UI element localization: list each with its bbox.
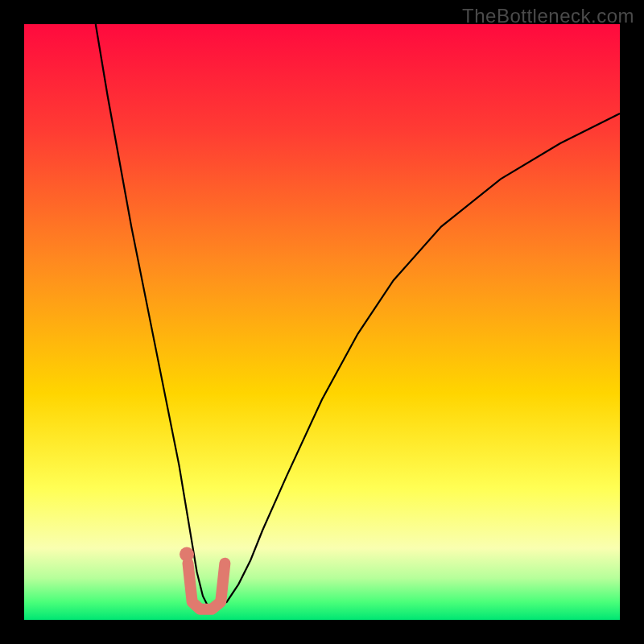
chart-svg <box>24 24 620 620</box>
plot-area <box>24 24 620 620</box>
watermark-text: TheBottleneck.com <box>462 5 634 27</box>
chart-container: TheBottleneck.com <box>0 0 644 644</box>
gradient-background <box>24 24 620 620</box>
point-dot <box>180 547 194 562</box>
